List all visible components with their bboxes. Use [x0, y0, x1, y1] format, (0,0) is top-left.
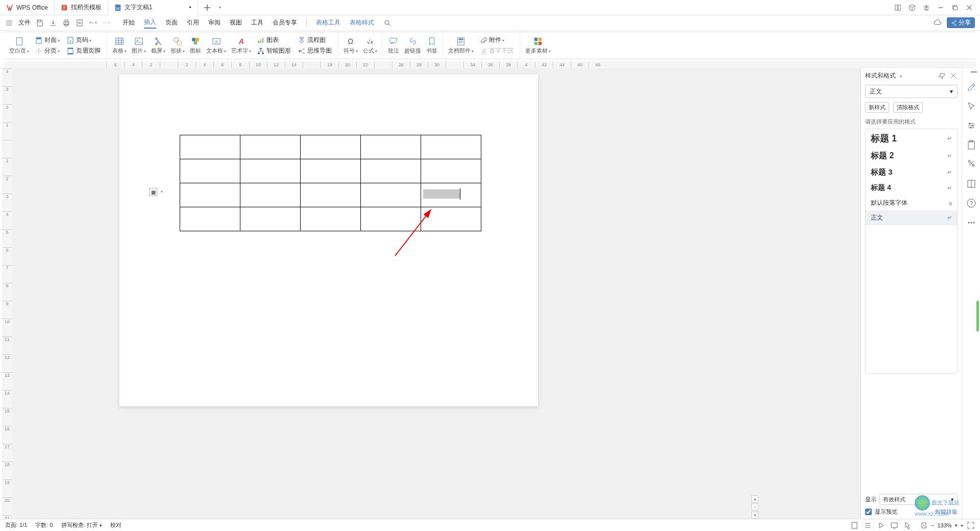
selected-cell[interactable] [421, 183, 481, 207]
hyperlink-button[interactable]: 超链接 [402, 37, 423, 55]
tab-document[interactable]: W 文字文稿1 • [108, 0, 198, 15]
flowchart-button[interactable]: 流程图 [297, 35, 333, 45]
tab-app[interactable]: WPS Office [0, 0, 55, 15]
textbox-button[interactable]: A文本框 [204, 37, 228, 55]
tab-reference[interactable]: 引用 [187, 17, 199, 28]
docparts-button[interactable]: 文档部件 [446, 37, 476, 55]
fit-page-icon[interactable] [920, 521, 928, 529]
clear-format-button[interactable]: 清除格式 [893, 102, 923, 113]
tab-insert[interactable]: 插入 [144, 17, 156, 29]
view-read-icon[interactable] [877, 521, 885, 529]
scroll-up-button[interactable]: ▴ [751, 495, 758, 502]
style-list[interactable]: 标题 1↵标题 2↵标题 3↵标题 4↵默认段落字体a正文↵ [865, 129, 958, 374]
undo-button[interactable] [89, 19, 97, 27]
watermark-logo-icon [915, 495, 930, 511]
tab-templates[interactable]: 找稻壳模板 [55, 0, 108, 15]
svg-rect-61 [968, 141, 974, 149]
redo-button[interactable] [102, 19, 110, 27]
svg-point-74 [923, 525, 924, 526]
icon-button[interactable]: 图标 [188, 37, 203, 55]
cover-button[interactable]: 封面 [34, 35, 61, 45]
wordart-button[interactable]: A艺术字 [229, 37, 253, 55]
preview-checkbox[interactable] [865, 509, 872, 515]
view-page-icon[interactable] [850, 521, 859, 529]
tab-view[interactable]: 视图 [230, 17, 242, 28]
export-icon[interactable] [49, 19, 57, 27]
fullscreen-icon[interactable] [967, 521, 975, 529]
maximize-button[interactable] [951, 4, 959, 11]
horizontal-ruler[interactable]: 6422468101214182022262830343638442444648 [4, 61, 976, 68]
menu-icon[interactable] [5, 19, 13, 27]
share-button[interactable]: 分享 [947, 17, 975, 28]
minimize-button[interactable] [937, 4, 944, 11]
shape-button[interactable]: 形状 [168, 37, 187, 55]
pin-icon[interactable] [938, 71, 946, 80]
new-style-button[interactable]: 新样式 [865, 102, 889, 113]
tab-tools[interactable]: 工具 [251, 17, 263, 28]
tab-member[interactable]: 会员专享 [273, 17, 297, 28]
close-button[interactable] [966, 4, 973, 11]
print-preview-icon[interactable] [76, 19, 84, 27]
view-focus-icon[interactable] [903, 521, 912, 529]
more-assets-button[interactable]: 更多素材 [523, 37, 553, 55]
dropcap-button[interactable]: A首字下沉 [479, 46, 514, 56]
equation-button[interactable]: √x公式 [361, 37, 379, 55]
menu-tabs: 开始 插入 页面 引用 审阅 视图 工具 会员专享 表格工具 表格样式 [122, 17, 391, 29]
mindmap-button[interactable]: 思维导图 [297, 46, 333, 56]
new-tab-button[interactable] [203, 4, 211, 12]
style-item[interactable]: 标题 4↵ [866, 180, 957, 196]
cube-icon[interactable] [909, 4, 916, 11]
search-icon[interactable] [383, 19, 391, 27]
svg-rect-40 [258, 53, 260, 54]
page-indicator[interactable]: 页面: 1/1 [5, 521, 27, 529]
print-icon[interactable] [62, 19, 70, 27]
scroll-down-button[interactable]: ▾ [751, 512, 758, 519]
word-count[interactable]: 字数: 0 [35, 521, 53, 529]
user-avatar-icon[interactable] [923, 4, 930, 11]
show-label: 显示 [865, 496, 876, 503]
style-item[interactable]: 默认段落字体a [866, 196, 957, 210]
table-button[interactable]: 表格 [110, 37, 129, 55]
reader-mode-icon[interactable] [894, 4, 901, 11]
panel-title-dropdown[interactable] [899, 72, 902, 79]
tab-table-tools[interactable]: 表格工具 [316, 17, 340, 28]
file-menu[interactable]: 文件 [18, 18, 31, 27]
symbol-button[interactable]: Ω符号 [341, 37, 360, 55]
zoom-out-button[interactable]: − [931, 522, 934, 528]
panel-close-icon[interactable] [949, 71, 958, 80]
style-item[interactable]: 正文↵ [866, 210, 957, 225]
new-tab-dropdown[interactable] [215, 4, 224, 12]
tab-start[interactable]: 开始 [122, 17, 135, 28]
tab-review[interactable]: 审阅 [208, 17, 220, 28]
table-move-handle[interactable]: ▦ [149, 188, 157, 196]
style-item[interactable]: 标题 3↵ [866, 164, 957, 180]
header-footer-button[interactable]: 页眉页脚 [66, 46, 102, 56]
pagenum-button[interactable]: #页码 [66, 35, 102, 45]
document-area[interactable]: ▦ ▴ ◦ ▾ [12, 68, 861, 519]
smartart-button[interactable]: 智能图形 [256, 46, 292, 56]
style-item[interactable]: 标题 2↵ [866, 148, 957, 164]
current-style-select[interactable]: 正文 ▾ [865, 85, 958, 98]
blank-page-button[interactable]: 空白页 [7, 37, 31, 55]
zoom-level[interactable]: 133% [937, 522, 951, 528]
chart-button[interactable]: 图表 [256, 35, 292, 45]
picture-button[interactable]: 图片 [130, 37, 148, 55]
attachment-button[interactable]: 附件 [479, 35, 514, 45]
bookmark-button[interactable]: 书签 [424, 37, 439, 55]
scrollbar-indicator[interactable] [976, 301, 979, 331]
save-icon[interactable] [36, 19, 44, 27]
tab-table-style[interactable]: 表格样式 [350, 17, 374, 28]
view-web-icon[interactable] [890, 521, 898, 529]
style-item[interactable]: 标题 1↵ [866, 129, 957, 148]
proofread-status[interactable]: 校对 [110, 521, 121, 529]
screenshot-button[interactable]: 截屏 [149, 37, 167, 55]
zoom-in-button[interactable]: + [961, 522, 964, 528]
tab-page[interactable]: 页面 [165, 17, 178, 28]
view-outline-icon[interactable] [864, 521, 872, 529]
spellcheck-status[interactable]: 拼写检查: 打开 ▾ [61, 521, 102, 529]
scroll-handle-button[interactable]: ◦ [751, 503, 758, 511]
section-button[interactable]: 分页 [34, 46, 61, 56]
vertical-ruler[interactable]: 4321123456789101112131415161718192021222… [2, 68, 12, 519]
cloud-icon[interactable] [934, 19, 942, 27]
comment-button[interactable]: +批注 [386, 37, 401, 55]
